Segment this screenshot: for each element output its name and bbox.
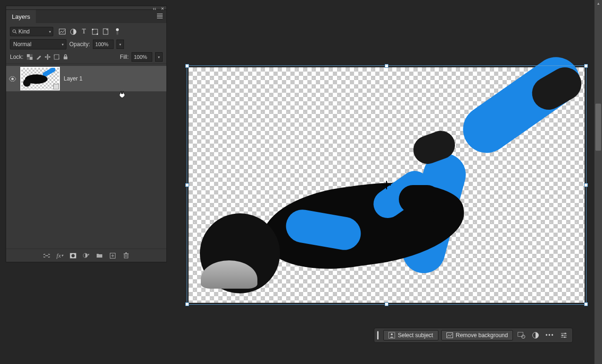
svg-point-9 (116, 28, 119, 31)
lock-artboard-icon[interactable] (53, 54, 60, 60)
scroll-up-icon[interactable]: ▴ (596, 1, 601, 6)
remove-background-label: Remove background (456, 332, 508, 339)
canvas-image (191, 72, 578, 298)
svg-rect-17 (64, 57, 67, 59)
fill-label: Fill: (120, 54, 129, 60)
lock-pixels-icon[interactable] (35, 54, 42, 60)
layer-style-icon[interactable]: fx▾ (57, 252, 63, 259)
handle-bottom-middle[interactable] (385, 302, 388, 306)
fill-value[interactable]: 100% (132, 52, 152, 62)
visibility-toggle-icon[interactable] (9, 76, 16, 81)
drag-handle-icon[interactable] (377, 331, 379, 340)
svg-rect-8 (116, 31, 118, 35)
svg-rect-10 (27, 54, 30, 57)
smart-object-filter-icon[interactable] (102, 28, 109, 35)
handle-bottom-left[interactable] (185, 302, 189, 306)
svg-rect-25 (124, 254, 128, 258)
svg-rect-5 (92, 29, 93, 30)
adjustment-icon[interactable] (530, 330, 541, 340)
svg-rect-2 (59, 29, 66, 34)
opacity-label: Opacity: (69, 41, 90, 48)
svg-line-1 (15, 32, 16, 33)
svg-rect-33 (518, 332, 523, 337)
chevron-down-icon: ▾ (62, 42, 64, 47)
filter-type-combo[interactable]: Kind ▾ (10, 27, 53, 36)
adjustment-layer-filter-icon[interactable] (70, 28, 76, 35)
filter-toggle-icon[interactable] (114, 28, 121, 35)
layer-mask-icon[interactable] (70, 252, 76, 259)
panel-tabs: Layers (6, 10, 166, 23)
link-layers-icon[interactable] (43, 252, 50, 259)
pixel-layer-filter-icon[interactable] (59, 28, 66, 35)
remove-background-button[interactable]: Remove background (441, 330, 513, 340)
svg-point-41 (564, 337, 566, 338)
layer-row[interactable]: Layer 1 (6, 66, 166, 91)
lock-label: Lock: (10, 54, 24, 60)
scrollbar-thumb[interactable] (595, 104, 601, 151)
search-icon (12, 29, 17, 34)
shape-layer-filter-icon[interactable] (91, 28, 98, 35)
handle-bottom-right[interactable] (584, 302, 588, 306)
blend-row: Normal ▾ Opacity: 100% ▾ (10, 39, 163, 49)
handle-top-right[interactable] (584, 64, 588, 68)
svg-rect-32 (446, 333, 453, 338)
canvas[interactable] (189, 67, 585, 303)
lock-all-icon[interactable] (62, 54, 69, 60)
adjustment-layer-icon[interactable]: ▾ (83, 252, 90, 259)
panel-menu-button[interactable] (157, 14, 163, 18)
svg-point-20 (72, 254, 75, 257)
properties-icon[interactable] (558, 330, 569, 340)
filter-row: Kind ▾ T (10, 27, 163, 36)
mask-options-icon[interactable] (516, 330, 527, 340)
lock-transparency-icon[interactable] (26, 54, 33, 60)
image-icon (446, 332, 453, 339)
svg-rect-11 (30, 57, 33, 60)
layers-list: Layer 1 (6, 64, 166, 249)
cursor-icon (118, 91, 126, 98)
type-layer-filter-icon[interactable]: T (81, 28, 87, 35)
panel-footer: fx▾ ▾ (6, 249, 166, 262)
svg-point-0 (13, 30, 16, 32)
fill-dropdown[interactable]: ▾ (155, 52, 163, 62)
opacity-dropdown[interactable]: ▾ (116, 40, 124, 49)
lock-icons (26, 54, 69, 60)
quick-actions-bar: Select subject Remove background ••• (374, 328, 573, 343)
smart-object-badge-icon (53, 84, 59, 89)
select-subject-label: Select subject (398, 332, 433, 339)
panel-header: ‹‹ × (6, 6, 166, 10)
svg-rect-14 (54, 55, 59, 59)
lock-position-icon[interactable] (44, 54, 51, 60)
person-icon (388, 332, 395, 339)
select-subject-button[interactable]: Select subject (383, 330, 438, 340)
svg-point-18 (11, 78, 14, 80)
layers-panel: ‹‹ × Layers Kind ▾ T (6, 6, 167, 262)
svg-point-40 (562, 335, 563, 336)
hamburger-icon (157, 14, 163, 18)
group-icon[interactable] (96, 252, 103, 259)
tab-label: Layers (12, 13, 30, 20)
vertical-scrollbar[interactable]: ▴ (594, 0, 602, 364)
svg-rect-6 (97, 33, 98, 35)
panel-controls: Kind ▾ T Normal ▾ Opacity: 100% ▾ (6, 23, 166, 64)
more-options-icon[interactable]: ••• (544, 330, 555, 340)
layer-name[interactable]: Layer 1 (64, 75, 82, 82)
svg-rect-12 (30, 54, 33, 57)
handle-middle-right[interactable] (584, 183, 588, 187)
svg-point-31 (391, 333, 393, 335)
delete-layer-icon[interactable] (123, 252, 129, 259)
opacity-value[interactable]: 100% (93, 40, 114, 49)
blend-mode-value: Normal (13, 41, 32, 48)
blend-mode-combo[interactable]: Normal ▾ (10, 39, 66, 49)
svg-rect-13 (27, 57, 30, 60)
filter-type-value: Kind (18, 28, 30, 35)
chevron-down-icon: ▾ (49, 30, 51, 34)
svg-point-39 (565, 333, 566, 334)
lock-row: Lock: Fill: 100% ▾ (10, 52, 163, 62)
filter-icons: T (59, 28, 121, 35)
new-layer-icon[interactable] (109, 252, 116, 259)
layer-thumbnail[interactable] (20, 67, 60, 90)
tab-layers[interactable]: Layers (6, 10, 36, 23)
